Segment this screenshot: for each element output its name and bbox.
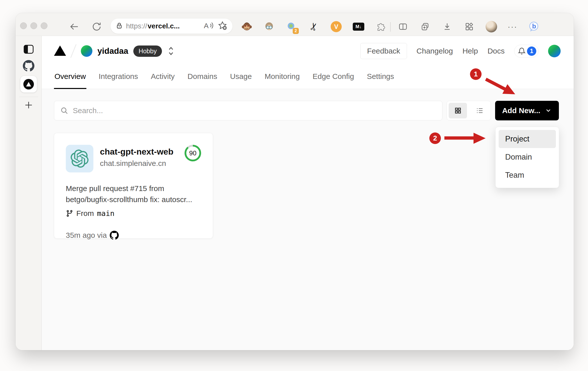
commit-message[interactable]: Merge pull request #715 from betgo/bugfi… — [66, 183, 208, 205]
zoom-window-button[interactable] — [41, 22, 47, 29]
markdown-extension-icon[interactable]: M↓ — [353, 21, 364, 32]
from-label: From — [76, 209, 94, 218]
refresh-icon[interactable] — [91, 21, 102, 32]
back-icon[interactable] — [68, 21, 80, 32]
add-favorite-icon[interactable] — [217, 21, 227, 32]
github-sidebar-icon[interactable] — [23, 60, 34, 72]
sidebar-divider — [19, 97, 38, 97]
close-window-button[interactable] — [20, 22, 27, 29]
browser-toolbar: https:// vercel.c... A — [16, 13, 574, 36]
deploy-time: 35m ago via — [66, 231, 107, 240]
vercel-favicon — [23, 79, 34, 89]
vercel-page: yidadaa Hobby Feedback Changelog Help Do… — [42, 36, 574, 350]
add-new-button[interactable]: Add New... — [495, 101, 559, 120]
extensions-puzzle-icon[interactable] — [375, 21, 387, 32]
help-link[interactable]: Help — [462, 47, 478, 55]
branch-name: main — [97, 209, 114, 218]
scissors-extension-icon[interactable]: ✂ — [308, 21, 320, 32]
apps-icon[interactable] — [463, 21, 475, 32]
notification-count-badge: 1 — [527, 47, 536, 56]
toolbar-divider — [390, 22, 391, 32]
address-bar[interactable]: https:// vercel.c... A — [110, 19, 232, 34]
list-view-button[interactable] — [471, 103, 489, 118]
bing-chat-icon[interactable]: b — [528, 21, 540, 32]
vercel-logo-icon[interactable] — [54, 45, 66, 57]
translate-badge: 2 — [293, 28, 299, 34]
svg-text:b: b — [532, 23, 536, 30]
tab-overview[interactable]: Overview — [54, 66, 86, 89]
vercel-tab-bar: Overview Integrations Activity Domains U… — [42, 66, 574, 89]
more-menu-icon[interactable]: ··· — [508, 22, 517, 31]
view-toggle — [447, 101, 491, 120]
url-scheme: https:// — [126, 22, 147, 30]
new-tab-plus-icon[interactable] — [23, 99, 34, 111]
annotation-step-1-badge: 1 — [470, 68, 482, 80]
vercel-body: Add New... chat-gpt-next-web chat.simple… — [42, 89, 574, 350]
annotation-step-2-badge: 2 — [429, 132, 441, 144]
git-branch-icon — [66, 210, 73, 217]
feedback-button[interactable]: Feedback — [360, 43, 407, 59]
grid-view-icon — [454, 106, 462, 115]
lighthouse-score-ring: 90 — [185, 145, 201, 161]
tab-settings[interactable]: Settings — [366, 66, 394, 89]
lighthouse-score: 90 — [186, 147, 199, 160]
breadcrumb-slash — [70, 44, 77, 58]
search-input[interactable] — [73, 106, 437, 115]
user-avatar[interactable] — [548, 45, 561, 57]
chevron-down-icon — [545, 107, 552, 114]
avatar-extension-icon[interactable] — [263, 21, 275, 32]
tab-usage[interactable]: Usage — [229, 66, 252, 89]
traffic-lights — [20, 22, 47, 29]
translate-extension-icon[interactable]: 2 — [286, 21, 297, 32]
search-icon — [60, 106, 69, 115]
project-card[interactable]: chat-gpt-next-web chat.simplenaive.cn 90… — [54, 133, 213, 239]
url-host: vercel.c... — [148, 22, 180, 30]
browser-profile-avatar[interactable] — [486, 21, 497, 32]
tab-activity[interactable]: Activity — [150, 66, 175, 89]
tab-monitoring[interactable]: Monitoring — [264, 66, 300, 89]
tab-domains[interactable]: Domains — [187, 66, 218, 89]
org-switcher-icon[interactable] — [167, 45, 175, 57]
changelog-link[interactable]: Changelog — [417, 47, 453, 55]
sidebar-panel-icon[interactable] — [23, 43, 34, 55]
violentmonkey-extension-icon[interactable]: V — [330, 21, 342, 32]
collections-icon[interactable] — [419, 21, 431, 32]
browser-window: https:// vercel.c... A — [16, 13, 574, 350]
project-domain[interactable]: chat.simplenaive.cn — [100, 159, 173, 168]
docs-link[interactable]: Docs — [488, 47, 505, 55]
lock-icon — [115, 22, 123, 30]
github-icon — [110, 231, 119, 240]
vercel-tab-active[interactable] — [20, 76, 37, 92]
bell-icon — [517, 47, 526, 55]
grid-view-button[interactable] — [449, 103, 467, 118]
vercel-header: yidadaa Hobby Feedback Changelog Help Do… — [42, 36, 574, 66]
search-box — [54, 101, 442, 120]
tampermonkey-extension-icon[interactable] — [241, 21, 253, 32]
project-name[interactable]: chat-gpt-next-web — [100, 147, 173, 157]
org-name[interactable]: yidadaa — [97, 46, 128, 56]
plan-badge: Hobby — [133, 45, 162, 57]
dropdown-item-domain[interactable]: Domain — [499, 148, 556, 166]
minimize-window-button[interactable] — [30, 22, 37, 29]
svg-text:A: A — [204, 22, 209, 30]
browser-sidebar — [16, 36, 42, 350]
tab-integrations[interactable]: Integrations — [98, 66, 139, 89]
list-view-icon — [476, 106, 484, 115]
project-logo — [66, 145, 93, 172]
notifications-button[interactable]: 1 — [514, 45, 539, 58]
split-screen-icon[interactable] — [397, 21, 409, 32]
tab-edge-config[interactable]: Edge Config — [312, 66, 355, 89]
downloads-icon[interactable] — [441, 21, 453, 32]
org-avatar[interactable] — [81, 45, 92, 57]
dropdown-item-team[interactable]: Team — [499, 166, 556, 184]
dropdown-item-project[interactable]: Project — [499, 130, 556, 148]
add-new-dropdown: Project Domain Team — [495, 127, 559, 188]
read-aloud-icon[interactable]: A — [203, 21, 214, 31]
